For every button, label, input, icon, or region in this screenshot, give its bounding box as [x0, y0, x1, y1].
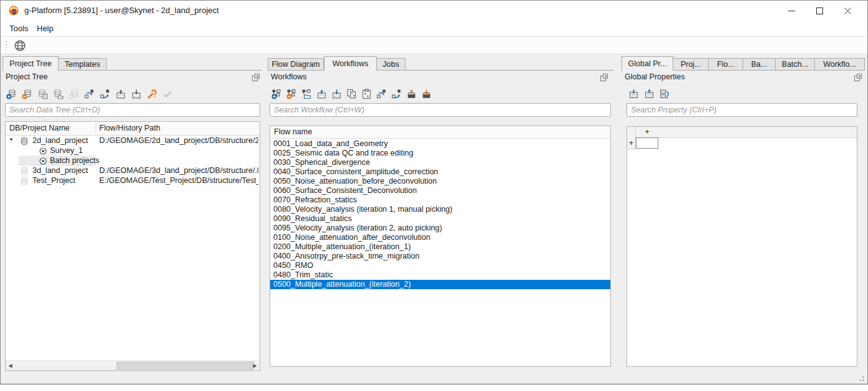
open-workflow-icon[interactable] [301, 89, 312, 99]
horizontal-scrollbar[interactable]: ◀ ▶ [6, 360, 260, 370]
tab-jobs[interactable]: Jobs [377, 58, 406, 71]
import-database-icon[interactable] [131, 89, 142, 99]
search-data-tree-input[interactable] [5, 103, 260, 117]
repair-database-icon[interactable] [147, 89, 157, 99]
archive-export-icon[interactable] [406, 89, 417, 99]
menu-tools[interactable]: Tools [7, 24, 31, 33]
add-workflow-icon[interactable] [271, 89, 282, 99]
table-row[interactable]: Test_Project E:/GEOMAGE/Test_Project/DB/… [6, 176, 260, 186]
copy-database-icon[interactable] [37, 89, 48, 99]
radio-dot-icon [39, 147, 47, 156]
workflow-list-item[interactable]: 0025_Seismic data QC and trace editing [270, 149, 610, 158]
workflow-list-item[interactable]: 0400_Anisotrpy_pre-stack_time_migration [270, 252, 610, 261]
column-divider[interactable] [95, 123, 96, 134]
workflow-list-item[interactable]: 0070_Refraction_statics [270, 195, 610, 205]
workflow-list-item[interactable]: 0200_Multiple_attenuation_(iteration_1) [270, 242, 610, 252]
tab-project[interactable]: Proj... [673, 58, 709, 71]
tab-project-tree[interactable]: Project Tree [2, 56, 59, 71]
properties-grid: + + [627, 126, 857, 367]
remove-workflow-icon[interactable] [286, 89, 297, 99]
paste-workflow-icon[interactable] [361, 89, 372, 99]
workflow-list-item[interactable]: 0095_Velocity_analysis (iteration 2, aut… [270, 224, 610, 233]
tab-label: Ba... [751, 60, 768, 69]
grid-edit-cell[interactable] [636, 137, 658, 149]
scroll-left-icon[interactable]: ◀ [6, 361, 15, 370]
float-panel-icon[interactable] [599, 72, 609, 82]
column-header-flow-name[interactable]: Flow name [274, 127, 312, 136]
workflow-list-item[interactable]: 0100_Noise_attenuation_after_deconvoluti… [270, 233, 610, 242]
float-panel-icon[interactable] [853, 72, 863, 82]
validate-icon[interactable] [162, 89, 173, 99]
refresh-tree-icon[interactable] [84, 89, 95, 99]
tab-workflows[interactable]: Workflows [324, 56, 377, 71]
workflow-list-item[interactable]: 0060_Surface_Consistent_Deconvolution [270, 186, 610, 195]
tab-global-properties[interactable]: Global Pr... [622, 56, 673, 71]
export-database-icon[interactable] [115, 89, 126, 99]
workflow-list-item[interactable]: 0480_Trim_static [270, 270, 610, 280]
workflow-list-item[interactable]: 0001_Load_data_and_Geometry [270, 139, 610, 149]
tab-flow-diagram[interactable]: Flow Diagram [268, 58, 324, 71]
tree-item-label: Test_Project [32, 176, 76, 185]
scrollbar-thumb[interactable] [117, 362, 254, 370]
grid-corner-cell[interactable] [627, 127, 636, 137]
workflow-list-item[interactable]: 0090_Residual_statics [270, 214, 610, 224]
refresh-workflows-icon[interactable] [376, 89, 387, 99]
tab-label: Flo... [717, 60, 734, 69]
grid-row-header-add[interactable]: + [627, 137, 636, 149]
add-database-icon[interactable] [6, 89, 17, 99]
import-workflow-icon[interactable] [331, 89, 342, 99]
workflow-list-item[interactable]: 0030_Spherical_divergence [270, 158, 610, 167]
tab-batch[interactable]: Ba... [743, 58, 776, 71]
window-title: g-Platform [5.23891] - user@Skynet - 2d_… [24, 6, 219, 15]
search-property-input[interactable] [627, 103, 857, 117]
workflow-list-item[interactable]: 0080_Velocity_analysis (iteration 1, man… [270, 205, 610, 214]
tab-workflow-props[interactable]: Workflo... [815, 58, 865, 71]
menubar: Tools Help [1, 21, 867, 37]
refresh-properties-icon[interactable] [660, 89, 670, 99]
open-database-icon[interactable] [53, 89, 64, 99]
close-button[interactable] [838, 2, 857, 19]
import-properties-icon[interactable] [628, 89, 639, 99]
globe-icon[interactable] [14, 39, 26, 52]
panel-splitter[interactable] [616, 56, 622, 370]
resize-grip[interactable] [857, 374, 865, 382]
tab-templates[interactable]: Templates [59, 58, 107, 71]
remove-database-icon[interactable] [22, 89, 32, 99]
archive-import-icon[interactable] [421, 89, 432, 99]
column-header-db-project-name[interactable]: DB/Project Name [9, 124, 70, 132]
reload-workflows-icon[interactable] [391, 89, 402, 99]
tree-item-label: 2d_land_project [32, 136, 88, 145]
tab-batch-2[interactable]: Batch... [776, 58, 815, 71]
tree-expander-icon[interactable]: ▼ [9, 137, 14, 142]
tab-label: Proj... [681, 60, 701, 69]
panel-splitter[interactable] [261, 56, 267, 370]
minimize-button[interactable] [782, 2, 801, 19]
table-row[interactable]: 3d_land_project D:/GEOMAGE/3d_land_proje… [6, 166, 260, 176]
tab-label: Templates [65, 60, 100, 69]
scroll-right-icon[interactable]: ▶ [250, 361, 260, 370]
panel-title: Workflows [271, 72, 306, 81]
export-properties-icon[interactable] [644, 89, 655, 99]
column-header-flow-history-path[interactable]: Flow/History Path [99, 124, 160, 132]
workflow-list-item[interactable]: 0040_Surface_consistent_amplitude_correc… [270, 167, 610, 177]
table-row-selected[interactable]: Batch projects [6, 156, 260, 166]
reload-tree-icon[interactable] [100, 89, 110, 99]
workflow-list-item[interactable]: 0450_RMO [270, 261, 610, 270]
workflow-list-item-selected[interactable]: 0500_Multiple_attenuation_(iteration_2) [270, 280, 610, 289]
grid-column-header-add[interactable]: + [636, 127, 658, 136]
workflow-list-item[interactable]: 0050_Noise_attenuation_before_deconvolut… [270, 177, 610, 186]
workflow-list: Flow name 0001_Load_data_and_Geometry 00… [270, 126, 611, 367]
copy-workflow-icon[interactable] [346, 89, 357, 99]
table-row[interactable]: ▼ 2d_land_project D:/GEOMAGE/2d_land_pro… [6, 136, 260, 146]
menu-help[interactable]: Help [34, 24, 56, 33]
table-row[interactable]: Survey_1 [6, 146, 260, 156]
tab-label: Flow Diagram [271, 60, 319, 69]
tree-item-path: E:/GEOMAGE/Test_Project/DB/structure/Tes… [99, 176, 258, 185]
search-workflow-input[interactable] [270, 103, 611, 117]
maximize-button[interactable] [810, 2, 829, 19]
float-panel-icon[interactable] [251, 72, 261, 82]
toolbar-grip-handle[interactable] [5, 40, 8, 51]
tab-flow[interactable]: Flo... [709, 58, 743, 71]
export-workflow-icon[interactable] [316, 89, 327, 99]
close-database-icon[interactable] [69, 89, 79, 99]
